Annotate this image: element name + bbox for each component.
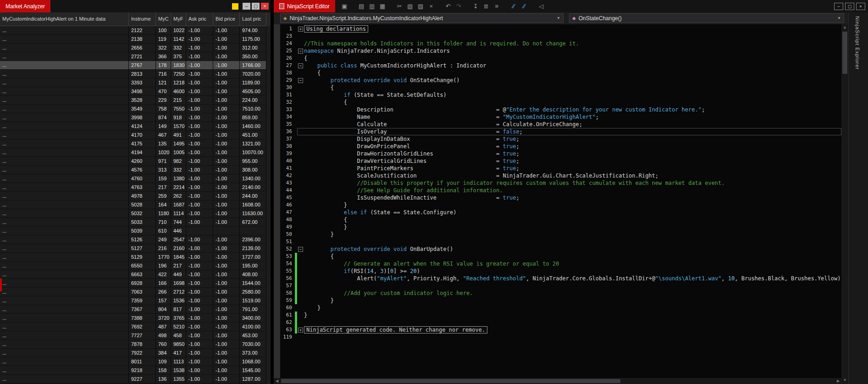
- print-icon[interactable]: ▤: [357, 2, 366, 11]
- table-row[interactable]: ...5033710744-1.00-1.00672.00: [0, 218, 266, 227]
- scroll-left-arrow[interactable]: ◀: [274, 378, 280, 384]
- code-line[interactable]: 119: [280, 334, 841, 341]
- code-line[interactable]: 48 {: [280, 216, 841, 223]
- page-setup-icon[interactable]: ▦: [378, 2, 387, 11]
- comment-icon[interactable]: ∕∕: [509, 2, 519, 11]
- maximize-button[interactable]: ▢: [252, 3, 260, 10]
- market-analyzer-titlebar[interactable]: Market Analyzer – ▢ ×: [0, 0, 271, 13]
- scroll-up-arrow[interactable]: ▲: [841, 24, 848, 31]
- table-row[interactable]: ...70632662712-1.00-1.002580.00: [0, 288, 266, 296]
- code-line[interactable]: 37 DisplayInDataBox = true;: [280, 135, 841, 143]
- minimize-button[interactable]: –: [243, 3, 250, 10]
- table-row[interactable]: ...21381191142-1.00-1.001175.00: [0, 35, 266, 44]
- column-header-indicator[interactable]: MyCustomIndicatorHighAlert on 1 Minute d…: [0, 12, 129, 26]
- export-icon[interactable]: ↧: [471, 2, 481, 11]
- code-line[interactable]: 45 IsSuspendedWhileInactive = true;: [280, 194, 841, 201]
- code-line[interactable]: 55 if(RSI(14, 3)[0] >= 20): [280, 267, 841, 275]
- column-header-myf[interactable]: MyF: [171, 12, 186, 26]
- collapsed-region-box[interactable]: NinjaScript generated code. Neither chan…: [304, 326, 487, 334]
- column-header-myc[interactable]: MyC: [156, 12, 171, 26]
- column-header-last-price[interactable]: Last pric: [240, 12, 266, 26]
- code-line[interactable]: 26{: [280, 55, 841, 62]
- table-row[interactable]: ...503211801114-1.00-1.0011630.00: [0, 209, 266, 218]
- table-row[interactable]: ...7727498458-1.00-1.00453.00: [0, 331, 266, 340]
- table-row[interactable]: ...47601591380-1.00-1.001340.00: [0, 174, 266, 183]
- code-line[interactable]: 53 {: [280, 253, 841, 260]
- table-row[interactable]: ...21221001022-1.00-1.00974.00: [0, 26, 266, 35]
- editor-titlebar[interactable]: NinjaScript Editor ▣▤▥▦✂▧▨×↶↷↧≣≡∕∕∕∕◁ – …: [274, 0, 868, 13]
- code-line[interactable]: 46 }: [280, 201, 841, 209]
- print-preview-icon[interactable]: ▥: [367, 2, 377, 11]
- fold-toggle[interactable]: −: [298, 49, 303, 54]
- table-row[interactable]: ...47632172214-1.00-1.002140.00: [0, 183, 266, 192]
- fold-toggle[interactable]: −: [298, 247, 303, 252]
- table-row[interactable]: ...76924875210-1.00-1.004100.00: [0, 323, 266, 331]
- code-line[interactable]: 47 else if (State == State.Configure): [280, 209, 841, 216]
- vertical-scrollbar[interactable]: ▲ ▼: [841, 24, 848, 384]
- table-row[interactable]: ...6663422449-1.00-1.00408.00: [0, 270, 266, 279]
- table-row[interactable]: ...92271361355-1.00-1.001287.00: [0, 375, 266, 384]
- snippets-icon[interactable]: ≣: [481, 2, 491, 11]
- code-line[interactable]: 33 Description = @"Enter the description…: [280, 106, 841, 113]
- code-line[interactable]: 62: [280, 319, 841, 326]
- code-line[interactable]: 36 IsOverlay = false;: [280, 128, 841, 135]
- code-line[interactable]: 40 DrawVerticalGridLines = true;: [280, 157, 841, 165]
- code-line[interactable]: 29− protected override void OnStateChang…: [280, 77, 841, 84]
- code-line[interactable]: 34 Name = "MyCustomIndicatorHighAlert";: [280, 113, 841, 121]
- table-row[interactable]: ...34984704600-1.00-1.004505.00: [0, 87, 266, 96]
- table-row[interactable]: ...7922384417-1.00-1.00373.00: [0, 349, 266, 357]
- ninjascript-explorer-tab[interactable]: NinjaScript Explorer: [855, 16, 860, 70]
- uncomment-icon[interactable]: ∕∕: [520, 2, 529, 11]
- table-row[interactable]: ...5039610446: [0, 227, 266, 235]
- code-line[interactable]: 52− protected override void OnBarUpdate(…: [280, 245, 841, 253]
- table-row[interactable]: ...41751351495-1.00-1.001321.00: [0, 139, 266, 148]
- code-line[interactable]: 56 Alert("myAlert", Priority.High, "Reac…: [280, 275, 841, 282]
- save-icon[interactable]: ▣: [340, 2, 349, 11]
- code-line[interactable]: 49 }: [280, 223, 841, 231]
- table-row[interactable]: ...4978259262-1.00-1.00244.00: [0, 192, 266, 200]
- table-row[interactable]: ...27671781830-1.00-1.001766.00: [0, 61, 266, 70]
- fold-toggle[interactable]: −: [298, 63, 303, 68]
- code-line[interactable]: 58 //Add your custom indicator logic her…: [280, 289, 841, 297]
- method-dropdown[interactable]: ◆ OnStateChange() ▼: [569, 13, 844, 23]
- table-row[interactable]: ...33931211218-1.00-1.001189.00: [0, 78, 266, 87]
- code-line[interactable]: 25−namespace NinjaTrader.NinjaScript.Ind…: [280, 47, 841, 55]
- table-row[interactable]: ...50281641687-1.00-1.001608.00: [0, 200, 266, 209]
- redo-icon[interactable]: ↷: [454, 2, 464, 11]
- code-line[interactable]: 42 ScaleJustification = NinjaTrader.Gui.…: [280, 172, 841, 179]
- fold-toggle[interactable]: +: [298, 27, 303, 32]
- code-line[interactable]: 35 Calculate = Calculate.OnPriceChange;: [280, 121, 841, 128]
- table-row[interactable]: ...7367804817-1.00-1.00791.00: [0, 305, 266, 314]
- table-row[interactable]: ...419410201005-1.00-1.0010070.00: [0, 148, 266, 157]
- code-line[interactable]: 43 //Disable this property if your indic…: [280, 179, 841, 187]
- format-icon[interactable]: ≡: [492, 2, 502, 11]
- chevron-down-icon[interactable]: ▼: [835, 16, 841, 20]
- delete-icon[interactable]: ×: [426, 2, 436, 11]
- table-row[interactable]: ...69281661698-1.00-1.001544.00: [0, 279, 266, 288]
- code-line[interactable]: 61}: [280, 312, 841, 319]
- table-row[interactable]: ...41241491570-1.00-1.001460.00: [0, 122, 266, 131]
- table-row[interactable]: ...738837203765-1.00-1.003400.00: [0, 314, 266, 323]
- code-line[interactable]: 1+Using declarations: [280, 25, 841, 33]
- minimize-button[interactable]: –: [834, 3, 843, 10]
- code-line[interactable]: 60 }: [280, 304, 841, 312]
- close-button[interactable]: ×: [856, 3, 865, 10]
- code-line[interactable]: 50 }: [280, 231, 841, 238]
- code-line[interactable]: 41 PaintPriceMarkers = true;: [280, 165, 841, 172]
- class-dropdown[interactable]: ◈ NinjaTrader.NinjaScript.Indicators.MyC…: [280, 13, 564, 23]
- code-line[interactable]: 32 {: [280, 99, 841, 106]
- column-header-bid-price[interactable]: Bid price: [213, 12, 240, 26]
- code-line[interactable]: 57: [280, 282, 841, 289]
- table-row[interactable]: ...4170467491-1.00-1.00451.00: [0, 131, 266, 139]
- collapsed-region-box[interactable]: Using declarations: [304, 25, 368, 33]
- table-row[interactable]: ...80111091113-1.00-1.001068.00: [0, 357, 266, 366]
- table-row[interactable]: ...2721366375-1.00-1.00350.00: [0, 52, 266, 61]
- table-row[interactable]: ...51262492547-1.00-1.002396.00: [0, 235, 266, 244]
- fold-toggle[interactable]: −: [298, 78, 303, 83]
- code-line[interactable]: 23: [280, 33, 841, 40]
- table-row[interactable]: ...92181581538-1.00-1.001545.00: [0, 366, 266, 375]
- code-line[interactable]: 30 {: [280, 84, 841, 91]
- table-row[interactable]: ...512917701845-1.00-1.001727.00: [0, 253, 266, 262]
- code-line[interactable]: 51: [280, 238, 841, 245]
- code-line[interactable]: 27− public class MyCustomIndicatorHighAl…: [280, 62, 841, 69]
